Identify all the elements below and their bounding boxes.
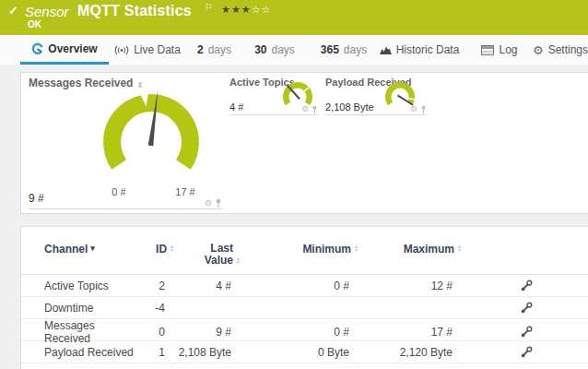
gauge-value: 2,108 Byte <box>325 101 374 113</box>
gear-icon[interactable]: ⚙ <box>410 105 417 113</box>
star-empty-icon[interactable]: ☆ <box>262 4 272 15</box>
pin-icon[interactable] <box>215 198 222 208</box>
tab-2-days[interactable]: 2 days <box>189 35 240 65</box>
tab-live-data[interactable]: Live Data <box>111 35 184 65</box>
channel-settings-icon[interactable] <box>520 280 533 292</box>
cell-channel[interactable]: Downtime <box>44 302 141 315</box>
sort-icon: ▲▼ <box>457 244 462 252</box>
cell-id: 2 <box>141 280 176 292</box>
priority-rating[interactable]: ★★★☆☆ <box>221 4 271 16</box>
pin-icon[interactable] <box>420 105 427 113</box>
cell-id: 1 <box>141 346 176 359</box>
column-header-maximum[interactable]: Maximum ▲▼ <box>360 243 464 256</box>
log-table-icon <box>481 45 494 55</box>
tab-label: 30 <box>254 43 266 56</box>
sensor-header: ✓ Sensor MQTT Statistics ⚐ ★★★☆☆ OK <box>0 0 588 35</box>
cell-id: 0 <box>141 326 176 339</box>
cell-id: -4 <box>141 302 176 315</box>
column-header-last-value[interactable]: Last Value ▲▼ <box>176 243 242 267</box>
page-title: MQTT Statistics <box>77 3 192 19</box>
gauge-card-active-topics: Active Topics 4 # ⚙ <box>229 77 318 115</box>
status-badge: OK <box>28 19 41 30</box>
star-filled-icon[interactable]: ★ <box>231 4 241 15</box>
tab-historic-data[interactable]: Historic Data <box>378 35 461 65</box>
sensor-kind-label: Sensor <box>25 4 69 19</box>
tab-bar: Overview Live Data 2 days 30 days 365 da… <box>0 35 588 65</box>
cell-minimum: 0 # <box>242 280 360 292</box>
tab-label: Settings <box>548 43 588 56</box>
overview-gauges-panel: Messages Received x̄ 0 # 17 # 9 # ⚙ Acti… <box>20 72 588 214</box>
gauge-card-payload-received: Payload Received 2,108 Byte ⚙ <box>325 77 427 115</box>
star-filled-icon[interactable]: ★ <box>221 4 231 15</box>
cell-last-value: 2,108 Byte <box>176 346 242 359</box>
channel-settings-icon[interactable] <box>520 326 533 339</box>
gauge-max-label: 17 # <box>175 186 194 197</box>
signal-icon <box>114 45 129 55</box>
gauge-min-label: 0 # <box>112 186 125 197</box>
cell-minimum: 0 Byte <box>242 346 360 359</box>
column-label: Maximum <box>404 243 454 256</box>
gauge-card-messages-received: Messages Received x̄ 0 # 17 # 9 # ⚙ <box>29 77 222 209</box>
cell-last-value: 4 # <box>176 280 242 292</box>
channel-table-panel: Channel ▾ ID ▲▼ Last Value ▲▼ Minimum ▲▼… <box>20 226 588 369</box>
tab-label: days <box>344 43 367 56</box>
average-marker-label: x̄ <box>138 80 143 89</box>
table-row[interactable]: Downtime -4 <box>21 297 588 319</box>
tab-label: 365 <box>321 43 339 56</box>
sort-icon: ▲▼ <box>354 244 359 252</box>
column-header-minimum[interactable]: Minimum ▲▼ <box>242 243 360 256</box>
cell-maximum: 12 # <box>360 280 464 292</box>
cell-channel[interactable]: Messages Received <box>44 319 141 345</box>
column-header-channel[interactable]: Channel ▾ <box>44 243 141 256</box>
column-label: ID <box>156 243 167 256</box>
tab-label: Historic Data <box>396 43 460 56</box>
tab-log[interactable]: Log <box>472 35 527 65</box>
gauge-value: 4 # <box>229 101 243 113</box>
cell-channel[interactable]: Payload Received <box>44 346 141 359</box>
column-label: Channel <box>44 243 88 256</box>
sort-icon: ▲▼ <box>236 256 241 264</box>
tab-label: days <box>208 43 231 56</box>
tab-overview[interactable]: Overview <box>20 35 109 65</box>
star-empty-icon[interactable]: ☆ <box>252 4 262 15</box>
gear-icon[interactable]: ⚙ <box>205 199 212 208</box>
sort-icon: ▲▼ <box>170 244 174 252</box>
column-label: Minimum <box>302 243 351 256</box>
flag-icon[interactable]: ⚐ <box>205 2 213 12</box>
channel-settings-icon[interactable] <box>520 346 533 359</box>
gear-icon: ⚙ <box>533 44 544 56</box>
star-filled-icon[interactable]: ★ <box>241 4 252 15</box>
cell-maximum: 17 # <box>360 326 464 339</box>
status-check-icon: ✓ <box>8 4 18 18</box>
tab-30-days[interactable]: 30 days <box>247 35 302 65</box>
table-row[interactable]: Active Topics 2 4 # 0 # 12 # <box>21 275 588 297</box>
gear-icon[interactable]: ⚙ <box>301 105 309 113</box>
table-header-row: Channel ▾ ID ▲▼ Last Value ▲▼ Minimum ▲▼… <box>21 227 588 275</box>
tab-settings[interactable]: ⚙ Settings <box>533 35 588 65</box>
table-row[interactable]: Messages Received 0 9 # 0 # 17 # <box>21 319 588 341</box>
pin-icon[interactable] <box>312 105 318 113</box>
area-chart-icon <box>380 45 392 54</box>
tab-365-days[interactable]: 365 days <box>312 35 376 65</box>
average-notch <box>408 99 414 100</box>
gauge-icon <box>31 42 43 54</box>
tab-label: Overview <box>48 42 97 55</box>
cell-last-value: 9 # <box>176 326 242 339</box>
column-label: Last Value <box>196 243 233 267</box>
primary-gauge: x̄ <box>82 77 220 202</box>
cell-channel[interactable]: Active Topics <box>44 280 141 292</box>
column-header-id[interactable]: ID ▲▼ <box>141 243 176 256</box>
channel-settings-icon[interactable] <box>520 302 533 315</box>
tab-label: 2 <box>197 43 204 56</box>
table-row[interactable]: Payload Received 1 2,108 Byte 0 Byte 2,1… <box>21 341 588 363</box>
cell-maximum: 2,120 Byte <box>360 346 464 359</box>
cell-minimum: 0 # <box>242 326 360 339</box>
sort-active-icon: ▾ <box>90 244 95 253</box>
tab-label: days <box>272 43 295 56</box>
tab-label: Log <box>499 43 517 56</box>
tab-label: Live Data <box>134 43 181 56</box>
gauge-value: 9 # <box>29 192 44 205</box>
